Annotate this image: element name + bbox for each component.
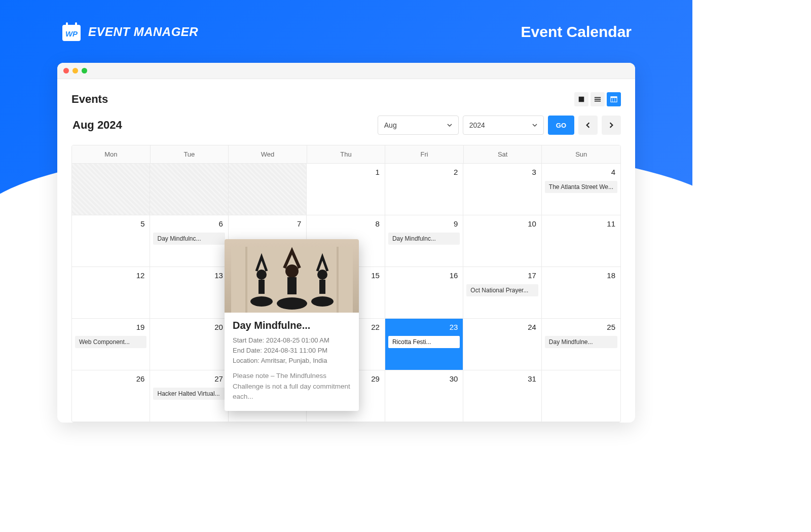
calendar-cell[interactable]: 17Oct National Prayer...	[463, 267, 541, 319]
day-number: 15	[371, 271, 380, 280]
current-month-label: Aug 2024	[71, 119, 122, 132]
calendar-cell[interactable]: 10	[463, 215, 541, 267]
event-chip[interactable]: Oct National Prayer...	[466, 284, 538, 296]
day-number: 31	[528, 374, 536, 383]
view-calendar-button[interactable]	[607, 92, 621, 106]
close-dot[interactable]	[63, 68, 69, 73]
svg-rect-10	[611, 97, 617, 98]
chevron-right-icon	[608, 122, 614, 128]
calendar-cell[interactable]: 30	[385, 370, 463, 422]
day-number: 20	[214, 323, 223, 331]
day-number: 12	[136, 271, 145, 280]
calendar-cell[interactable]: 12	[72, 267, 150, 319]
next-month-button[interactable]	[602, 116, 621, 135]
calendar-cell[interactable]: 5	[72, 215, 150, 267]
calendar-cell[interactable]: 16	[385, 267, 463, 319]
popover-description: Please note – The Mindfulness Challenge …	[233, 371, 351, 402]
window-titlebar	[57, 63, 635, 79]
event-chip[interactable]: Web Component...	[75, 336, 146, 348]
svg-rect-2	[66, 22, 68, 27]
day-number: 3	[532, 168, 536, 176]
calendar-cell[interactable]	[542, 370, 620, 422]
svg-rect-20	[287, 277, 297, 294]
header-title: Event Calendar	[521, 23, 632, 41]
day-number: 18	[607, 271, 615, 280]
event-chip[interactable]: Day Mindfulnc...	[153, 233, 225, 245]
maximize-dot[interactable]	[82, 68, 87, 73]
popover-start-date: Start Date: 2024-08-25 01:00 AM	[233, 335, 351, 346]
day-number: 1	[376, 168, 380, 176]
chevron-down-icon	[532, 123, 537, 128]
year-select[interactable]: 2024	[463, 116, 544, 135]
calendar-cell[interactable]: 18	[542, 267, 620, 319]
svg-point-18	[250, 296, 273, 307]
calendar-cell	[229, 164, 307, 215]
event-chip[interactable]: Ricotta Festi...	[388, 336, 460, 348]
calendar-cell[interactable]: 3	[463, 164, 541, 215]
year-select-value: 2024	[469, 121, 485, 129]
day-number: 24	[528, 323, 536, 331]
weekday-header: Sun	[542, 145, 620, 163]
chevron-down-icon	[447, 123, 452, 128]
calendar-cell[interactable]: 4The Atlanta Street We...	[542, 164, 620, 215]
svg-rect-23	[319, 280, 325, 294]
calendar-cell[interactable]: 26	[72, 370, 150, 422]
weekday-header: Sat	[464, 145, 542, 163]
weekday-header: Wed	[229, 145, 307, 163]
popover-end-date: End Date: 2024-08-31 11:00 PM	[233, 346, 351, 356]
day-number: 23	[450, 323, 458, 331]
day-number: 9	[454, 219, 458, 228]
calendar-cell[interactable]: 27Hacker Halted Virtual...	[150, 370, 228, 422]
day-number: 10	[528, 219, 536, 228]
svg-point-19	[285, 264, 299, 278]
svg-rect-3	[75, 22, 77, 27]
day-number: 26	[136, 374, 145, 383]
event-chip[interactable]: Day Mindfulne...	[545, 336, 617, 348]
popover-title[interactable]: Day Mindfulne...	[233, 320, 351, 331]
calendar-cell[interactable]: 6Day Mindfulnc...	[150, 215, 228, 267]
svg-rect-7	[595, 99, 601, 100]
minimize-dot[interactable]	[72, 68, 78, 73]
calendar-cell[interactable]: 11	[542, 215, 620, 267]
logo-icon: WP	[61, 21, 82, 43]
svg-point-24	[311, 296, 334, 307]
event-chip[interactable]: The Atlanta Street We...	[545, 181, 617, 193]
view-list-button[interactable]	[591, 92, 605, 106]
calendar-cell[interactable]: 24	[463, 319, 541, 370]
day-number: 4	[611, 168, 615, 176]
events-heading: Events	[71, 93, 108, 106]
day-number: 16	[450, 271, 458, 280]
day-number: 27	[214, 374, 223, 383]
day-number: 7	[297, 219, 301, 228]
popover-image	[225, 239, 359, 313]
view-grid-button[interactable]	[574, 92, 588, 106]
day-number: 25	[607, 323, 615, 331]
popover-location: Location: Amritsar, Punjab, India	[233, 356, 351, 366]
month-select[interactable]: Aug	[378, 116, 459, 135]
svg-rect-5	[579, 97, 584, 102]
day-number: 11	[607, 219, 615, 228]
go-button[interactable]: GO	[548, 116, 574, 135]
calendar-cell[interactable]: 23Ricotta Festi...	[385, 319, 463, 370]
weekday-header: Thu	[307, 145, 386, 163]
day-number: 6	[219, 219, 223, 228]
day-number: 2	[454, 168, 458, 176]
svg-rect-17	[259, 280, 265, 294]
calendar-cell[interactable]: 20	[150, 319, 228, 370]
yoga-illustration-icon	[231, 247, 353, 313]
calendar-cell[interactable]: 9Day Mindfulnc...	[385, 215, 463, 267]
calendar-cell[interactable]: 31	[463, 370, 541, 422]
day-number: 30	[450, 374, 458, 383]
calendar-cell[interactable]: 2	[385, 164, 463, 215]
calendar-cell[interactable]: 25Day Mindfulne...	[542, 319, 620, 370]
logo-text: EVENT MANAGER	[88, 25, 198, 39]
calendar-cell[interactable]: 19Web Component...	[72, 319, 150, 370]
calendar-cell[interactable]: 1	[307, 164, 385, 215]
event-popover: Day Mindfulne... Start Date: 2024-08-25 …	[225, 239, 359, 411]
event-chip[interactable]: Day Mindfulnc...	[388, 233, 460, 245]
month-select-value: Aug	[384, 121, 397, 129]
prev-month-button[interactable]	[578, 116, 598, 135]
event-chip[interactable]: Hacker Halted Virtual...	[153, 388, 225, 400]
calendar-cell	[72, 164, 150, 215]
calendar-cell[interactable]: 13	[150, 267, 228, 319]
